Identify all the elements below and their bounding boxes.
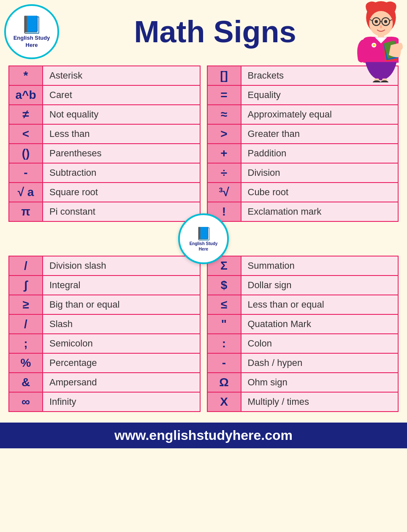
name-cell: Quatation Mark: [241, 314, 399, 334]
name-cell: Subtraction: [43, 163, 200, 183]
table-row: ;Semicolon: [9, 334, 200, 353]
table-row: ÷Division: [207, 163, 399, 183]
symbol-cell: /: [9, 314, 43, 334]
watermark-container: 📘 English StudyHere: [8, 213, 399, 264]
svg-point-7: [375, 20, 378, 23]
svg-point-13: [373, 44, 375, 46]
table-row: <Less than: [9, 124, 200, 144]
table-row: &Ampersand: [9, 373, 200, 392]
logo-circle: 📘 English StudyHere: [4, 4, 59, 59]
logo-text: English StudyHere: [14, 35, 50, 49]
symbol-cell: ³√: [207, 183, 241, 202]
page-title: Math Signs: [65, 14, 365, 49]
table-row: $Dollar sign: [207, 276, 399, 295]
table-row: ³√Cube root: [207, 183, 399, 202]
table-row: ()Parentheses: [9, 144, 200, 163]
svg-point-20: [380, 80, 388, 82]
table-row: a^bCaret: [9, 85, 200, 105]
top-left-table: *Asteriska^bCaret≠Not equality<Less than…: [8, 65, 201, 222]
symbol-cell: ∞: [9, 392, 43, 412]
name-cell: Integral: [43, 276, 200, 295]
symbol-cell: ≠: [9, 105, 43, 124]
symbol-cell: <: [9, 124, 43, 144]
table-row: ≥Big than or equal: [9, 295, 200, 314]
table-row: -Dash / hypen: [207, 353, 399, 373]
content-area: *Asteriska^bCaret≠Not equality<Less than…: [0, 63, 407, 418]
svg-point-8: [384, 20, 387, 23]
symbol-cell: ÷: [207, 163, 241, 183]
symbol-cell: Ω: [207, 373, 241, 392]
table-row: +Paddition: [207, 144, 399, 163]
footer: www.englishstudyhere.com: [0, 423, 407, 448]
table-row: >Greater than: [207, 124, 399, 144]
name-cell: Greater than: [241, 124, 399, 144]
name-cell: Paddition: [241, 144, 399, 163]
top-table-section: *Asteriska^bCaret≠Not equality<Less than…: [8, 65, 399, 222]
symbol-cell: ;: [9, 334, 43, 353]
header: 📘 English StudyHere Math Signs: [0, 0, 407, 63]
symbol-cell: >: [207, 124, 241, 144]
symbol-cell: *: [9, 66, 43, 85]
footer-url: www.englishstudyhere.com: [5, 428, 402, 443]
table-row: :Colon: [207, 334, 399, 353]
symbol-cell: $: [207, 276, 241, 295]
name-cell: Dollar sign: [241, 276, 399, 295]
table-row: =Equality: [207, 85, 399, 105]
symbol-cell: +: [207, 144, 241, 163]
symbol-cell: ≥: [9, 295, 43, 314]
watermark-circle: 📘 English StudyHere: [178, 213, 229, 264]
symbol-cell: ≈: [207, 105, 241, 124]
symbol-cell: (): [9, 144, 43, 163]
name-cell: Multiply / times: [241, 392, 399, 412]
table-row: ∫Integral: [9, 276, 200, 295]
name-cell: Less than: [43, 124, 200, 144]
symbol-cell: ": [207, 314, 241, 334]
name-cell: Colon: [241, 334, 399, 353]
name-cell: Cube root: [241, 183, 399, 202]
name-cell: Ampersand: [43, 373, 200, 392]
symbol-cell: ≤: [207, 295, 241, 314]
name-cell: Parentheses: [43, 144, 200, 163]
table-row: √ aSquare root: [9, 183, 200, 202]
name-cell: Big than or equal: [43, 295, 200, 314]
name-cell: Semicolon: [43, 334, 200, 353]
table-row: ≈Approximately equal: [207, 105, 399, 124]
symbol-cell: []: [207, 66, 241, 85]
bottom-right-table: ΣSummation$Dollar sign≤Less than or equa…: [207, 256, 399, 412]
name-cell: Slash: [43, 314, 200, 334]
symbol-cell: :: [207, 334, 241, 353]
table-row: ≤Less than or equal: [207, 295, 399, 314]
table-row: %Percentage: [9, 353, 200, 373]
bottom-table-section: /Division slash∫Integral≥Big than or equ…: [8, 256, 399, 412]
top-right-table: []Brackets=Equality≈Approximately equal>…: [207, 65, 399, 222]
table-row: ΩOhm sign: [207, 373, 399, 392]
name-cell: Approximately equal: [241, 105, 399, 124]
name-cell: Less than or equal: [241, 295, 399, 314]
symbol-cell: √ a: [9, 183, 43, 202]
name-cell: Equality: [241, 85, 399, 105]
logo-book-icon: 📘: [21, 15, 42, 35]
table-row: ≠Not equality: [9, 105, 200, 124]
symbol-cell: -: [9, 163, 43, 183]
teacher-illustration: [339, 0, 405, 82]
name-cell: Ohm sign: [241, 373, 399, 392]
bottom-left-table: /Division slash∫Integral≥Big than or equ…: [8, 256, 201, 412]
table-row: "Quatation Mark: [207, 314, 399, 334]
table-row: XMultiply / times: [207, 392, 399, 412]
symbol-cell: &: [9, 373, 43, 392]
name-cell: Infinity: [43, 392, 200, 412]
symbol-cell: -: [207, 353, 241, 373]
table-row: -Subtraction: [9, 163, 200, 183]
name-cell: Percentage: [43, 353, 200, 373]
table-row: /Slash: [9, 314, 200, 334]
watermark-book-icon: 📘: [196, 226, 212, 241]
name-cell: Caret: [43, 85, 200, 105]
table-row: *Asterisk: [9, 66, 200, 85]
table-row: ∞Infinity: [9, 392, 200, 412]
name-cell: Asterisk: [43, 66, 200, 85]
svg-point-19: [373, 80, 381, 82]
name-cell: Not equality: [43, 105, 200, 124]
name-cell: Dash / hypen: [241, 353, 399, 373]
watermark-text: English StudyHere: [190, 241, 218, 252]
symbol-cell: X: [207, 392, 241, 412]
